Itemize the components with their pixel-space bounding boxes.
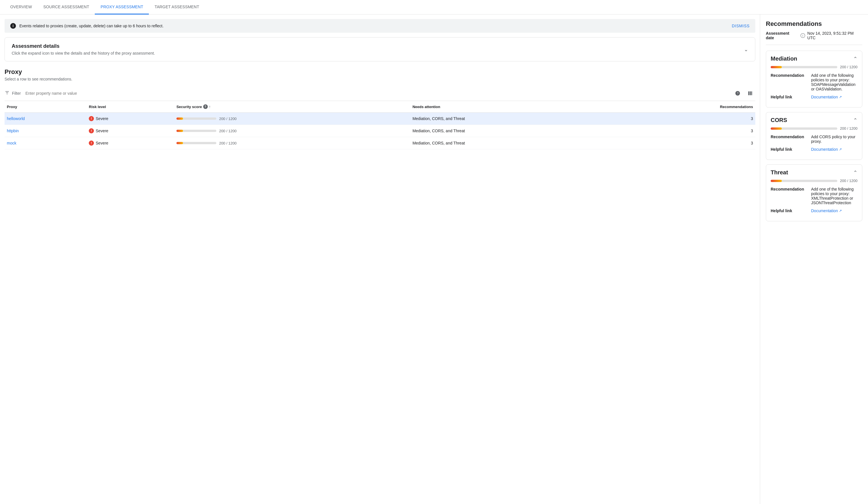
rec-card-threat: Threat ⌃ 200 / 1200 Recommendation Add o… xyxy=(766,165,862,221)
assessment-details-title: Assessment details xyxy=(12,43,155,49)
tab-overview[interactable]: OVERVIEW xyxy=(4,0,38,14)
rec-helpful-link-label-mediation: Helpful link xyxy=(771,95,808,99)
collapse-icon-mediation[interactable]: ⌃ xyxy=(853,56,857,62)
external-link-icon-cors: ↗ xyxy=(839,147,842,151)
col-recommendations: Recommendations xyxy=(618,101,755,113)
rec-recommendation-label-cors: Recommendation xyxy=(771,135,808,144)
score-bar xyxy=(176,130,216,132)
col-risk-level: Risk level xyxy=(86,101,174,113)
tab-target-assessment[interactable]: TARGET ASSESSMENT xyxy=(149,0,205,14)
needs-attention-cell: Mediation, CORS, and Threat xyxy=(410,137,618,149)
rec-bar-cors xyxy=(771,127,837,130)
rec-title-threat: Threat xyxy=(771,169,788,176)
score-text: 200 / 1200 xyxy=(219,141,237,145)
rec-recommendation-text-mediation: Add one of the following policies to you… xyxy=(811,73,857,91)
assessment-date-label: Assessment date xyxy=(766,31,798,40)
rec-recommendation-label-mediation: Recommendation xyxy=(771,73,808,91)
rec-score-text-cors: 200 / 1200 xyxy=(840,126,857,130)
rec-score-row-cors: 200 / 1200 xyxy=(771,126,857,130)
proxy-table: Proxy Risk level Security score ? ↑ Need… xyxy=(4,101,755,149)
proxy-section-subtitle: Select a row to see recommendations. xyxy=(4,77,755,81)
rec-recommendation-row-mediation: Recommendation Add one of the following … xyxy=(771,73,857,91)
score-cell: 200 / 1200 xyxy=(174,137,410,149)
filter-label: Filter xyxy=(12,91,21,96)
proxy-cell: httpbin xyxy=(4,125,86,137)
tab-source-assessment[interactable]: SOURCE ASSESSMENT xyxy=(38,0,95,14)
proxy-link[interactable]: helloworld xyxy=(7,116,25,121)
rec-bar-mediation xyxy=(771,66,837,68)
rec-recommendation-text-cors: Add CORS policy to your proxy. xyxy=(811,135,857,144)
rec-bar-threat xyxy=(771,180,837,182)
rec-documentation-link-cors[interactable]: Documentation ↗ xyxy=(811,147,842,151)
rec-score-row-threat: 200 / 1200 xyxy=(771,179,857,183)
rec-score-row-mediation: 200 / 1200 xyxy=(771,65,857,69)
filter-bar: Filter ? xyxy=(4,86,755,101)
col-needs-attention: Needs attention xyxy=(410,101,618,113)
panel-title: Recommendations xyxy=(766,20,862,28)
help-button[interactable]: ? xyxy=(733,88,743,98)
proxy-cell: helloworld xyxy=(4,113,86,125)
proxy-section-title: Proxy xyxy=(4,68,755,76)
rec-recommendation-label-threat: Recommendation xyxy=(771,187,808,205)
rec-documentation-link-mediation[interactable]: Documentation ↗ xyxy=(811,95,842,99)
columns-button[interactable] xyxy=(745,88,755,98)
svg-rect-5 xyxy=(751,91,752,95)
sort-up-icon[interactable]: ↑ xyxy=(209,104,211,109)
risk-cell: !Severe xyxy=(86,113,174,125)
assessment-date-row: Assessment date i Nov 14, 2023, 9:51:32 … xyxy=(766,31,862,45)
col-security-score: Security score ? ↑ xyxy=(174,101,410,113)
rec-score-text-mediation: 200 / 1200 xyxy=(840,65,857,69)
security-score-help-icon[interactable]: ? xyxy=(203,104,208,109)
severe-icon: ! xyxy=(89,128,94,133)
dismiss-button[interactable]: DISMISS xyxy=(732,24,750,28)
collapse-icon-threat[interactable]: ⌃ xyxy=(853,169,857,176)
rec-title-mediation: Mediation xyxy=(771,55,797,62)
expand-icon[interactable]: ⌄ xyxy=(744,46,748,53)
rec-documentation-link-threat[interactable]: Documentation ↗ xyxy=(811,209,842,213)
col-proxy: Proxy xyxy=(4,101,86,113)
recommendations-count-cell: 3 xyxy=(618,137,755,149)
collapse-icon-cors[interactable]: ⌃ xyxy=(853,117,857,124)
svg-rect-3 xyxy=(748,91,749,95)
tab-proxy-assessment[interactable]: PROXY ASSESSMENT xyxy=(95,0,149,14)
rec-recommendation-row-cors: Recommendation Add CORS policy to your p… xyxy=(771,135,857,144)
external-link-icon-mediation: ↗ xyxy=(839,95,842,99)
rec-recommendation-text-threat: Add one of the following policies to you… xyxy=(811,187,857,205)
assessment-date-info-icon[interactable]: i xyxy=(800,33,805,38)
assessment-details-card: Assessment details Click the expand icon… xyxy=(4,37,755,61)
rec-recommendation-row-threat: Recommendation Add one of the following … xyxy=(771,187,857,205)
proxy-link[interactable]: mock xyxy=(7,141,16,145)
proxy-cell: mock xyxy=(4,137,86,149)
table-row[interactable]: helloworld!Severe 200 / 1200 Mediation, … xyxy=(4,113,755,125)
filter-input[interactable] xyxy=(25,91,730,96)
rec-link-row-mediation: Helpful link Documentation ↗ xyxy=(771,95,857,99)
needs-attention-cell: Mediation, CORS, and Threat xyxy=(410,125,618,137)
right-panel: Recommendations Assessment date i Nov 14… xyxy=(760,14,868,504)
rec-link-row-threat: Helpful link Documentation ↗ xyxy=(771,209,857,213)
severe-icon: ! xyxy=(89,140,94,146)
table-row[interactable]: httpbin!Severe 200 / 1200 Mediation, COR… xyxy=(4,125,755,137)
info-icon: i xyxy=(10,23,16,29)
assessment-date-value: Nov 14, 2023, 9:51:32 PM UTC xyxy=(807,31,862,40)
recommendations-count-cell: 3 xyxy=(618,125,755,137)
assessment-details-subtitle: Click the expand icon to view the detail… xyxy=(12,51,155,55)
score-text: 200 / 1200 xyxy=(219,117,237,121)
rec-helpful-link-label-threat: Helpful link xyxy=(771,209,808,213)
rec-score-text-threat: 200 / 1200 xyxy=(840,179,857,183)
svg-rect-4 xyxy=(750,91,751,95)
risk-cell: !Severe xyxy=(86,125,174,137)
rec-link-row-cors: Helpful link Documentation ↗ xyxy=(771,147,857,151)
needs-attention-cell: Mediation, CORS, and Threat xyxy=(410,113,618,125)
rec-title-cors: CORS xyxy=(771,117,787,124)
tab-bar: OVERVIEW SOURCE ASSESSMENT PROXY ASSESSM… xyxy=(0,0,868,14)
rec-helpful-link-label-cors: Helpful link xyxy=(771,147,808,151)
score-bar xyxy=(176,142,216,144)
severe-icon: ! xyxy=(89,116,94,121)
risk-cell: !Severe xyxy=(86,137,174,149)
banner-text: Events related to proxies (create, updat… xyxy=(19,24,728,28)
table-row[interactable]: mock!Severe 200 / 1200 Mediation, CORS, … xyxy=(4,137,755,149)
score-text: 200 / 1200 xyxy=(219,129,237,133)
score-bar xyxy=(176,117,216,120)
external-link-icon-threat: ↗ xyxy=(839,209,842,213)
proxy-link[interactable]: httpbin xyxy=(7,128,19,133)
